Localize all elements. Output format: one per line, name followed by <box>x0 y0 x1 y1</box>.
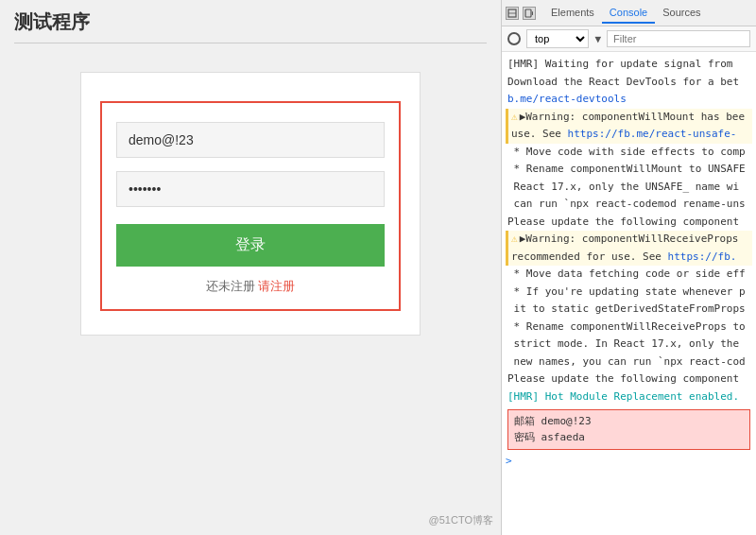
console-email-output: 邮箱 demo@!23 <box>514 414 744 430</box>
tab-elements[interactable]: Elements <box>543 3 602 24</box>
console-line: * Rename componentWillMount to UNSAFE <box>506 161 752 179</box>
browser-page: 测试程序 登录 还未注册 请注册 @51CTO博客 <box>0 0 501 535</box>
email-field <box>116 122 385 158</box>
context-selector[interactable]: top <box>526 29 589 48</box>
register-row: 还未注册 请注册 <box>116 278 385 295</box>
login-form-inner: 登录 还未注册 请注册 <box>100 101 401 311</box>
console-line: * If you're updating state whenever p <box>506 284 752 302</box>
watermark: @51CTO博客 <box>429 513 493 527</box>
console-line: * Rename componentWillReceiveProps to <box>506 319 752 337</box>
console-line: new names, you can run `npx react-cod <box>506 354 752 371</box>
console-link-line: b.me/react-devtools <box>506 91 752 109</box>
warning-link-2[interactable]: https://fb. <box>668 250 737 263</box>
login-card-wrapper: 登录 还未注册 请注册 <box>0 43 501 364</box>
filter-input[interactable] <box>607 30 750 47</box>
console-line: strict mode. In React 17.x, only the <box>506 336 752 354</box>
password-input[interactable] <box>116 171 385 207</box>
register-text: 还未注册 <box>206 279 255 293</box>
tab-sources[interactable]: Sources <box>655 3 708 24</box>
console-warning-1: ⚠▶Warning: componentWillMount has bee <box>506 109 752 127</box>
clear-console-icon[interactable] <box>507 32 521 45</box>
console-warning-1-detail: use. See https://fb.me/react-unsafe- <box>506 126 752 144</box>
login-button[interactable]: 登录 <box>116 224 385 267</box>
console-prompt[interactable]: > <box>506 454 752 470</box>
inspect-icon[interactable] <box>506 7 519 20</box>
devtools-toolbar: top ▼ <box>502 26 756 52</box>
console-line: can run `npx react-codemod rename-uns <box>506 196 752 214</box>
devtools-panel: Elements Console Sources top ▼ [HMR] Wai… <box>501 0 756 535</box>
console-highlight-box: 邮箱 demo@!23 密码 asfaeda <box>507 409 750 450</box>
tab-console[interactable]: Console <box>602 3 655 24</box>
console-warning-2: ⚠▶Warning: componentWillReceiveProps <box>506 231 752 249</box>
console-line: Download the React DevTools for a bet <box>506 74 752 92</box>
console-line: * Move data fetching code or side eff <box>506 266 752 284</box>
svg-rect-3 <box>532 11 533 15</box>
warning-link-1[interactable]: https://fb.me/react-unsafe- <box>568 128 737 140</box>
console-line-hmr: [HMR] Hot Module Replacement enabled. <box>506 388 752 406</box>
console-line: [HMR] Waiting for update signal from <box>506 56 752 74</box>
svg-rect-2 <box>525 9 531 17</box>
console-line: * Move code with side effects to comp <box>506 144 752 162</box>
device-icon[interactable] <box>523 7 536 20</box>
devtools-tab-icons <box>506 7 536 20</box>
console-output: [HMR] Waiting for update signal from Dow… <box>502 52 756 535</box>
console-password-output: 密码 asfaeda <box>514 430 744 446</box>
console-warning-2-detail: recommended for use. See https://fb. <box>506 249 752 267</box>
console-line: it to static getDerivedStateFromProps <box>506 301 752 319</box>
console-line: React 17.x, only the UNSAFE_ name wi <box>506 179 752 197</box>
console-line: Please update the following component <box>506 214 752 232</box>
register-link[interactable]: 请注册 <box>258 279 295 293</box>
react-devtools-link[interactable]: b.me/react-devtools <box>507 93 627 105</box>
devtools-tabs: Elements Console Sources <box>502 0 756 26</box>
password-field <box>116 171 385 207</box>
filter-chevron-icon: ▼ <box>594 33 601 45</box>
page-title: 测试程序 <box>0 0 501 43</box>
email-input[interactable] <box>116 122 385 158</box>
login-card: 登录 还未注册 请注册 <box>80 72 421 336</box>
console-line: Please update the following component <box>506 371 752 388</box>
